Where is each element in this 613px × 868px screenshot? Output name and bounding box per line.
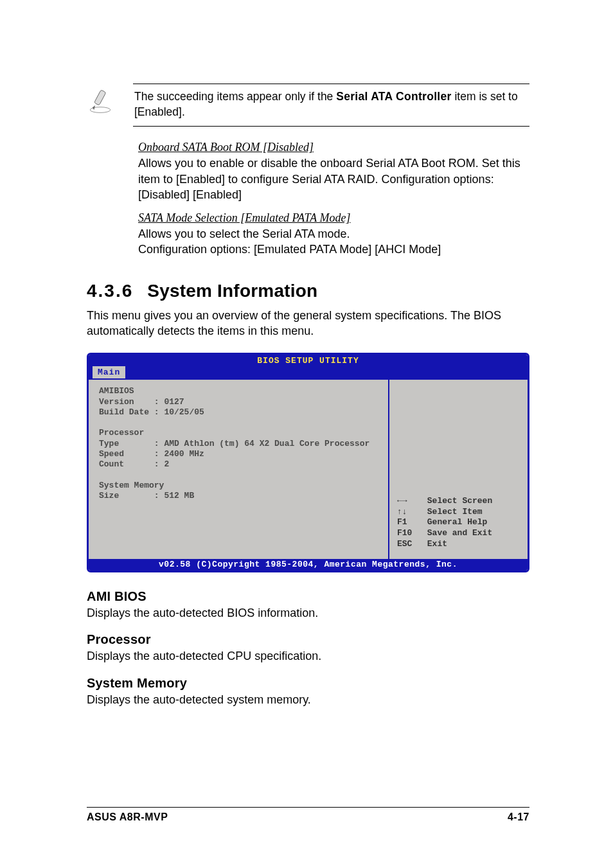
sub-body: Displays the auto-detected system memory… (87, 692, 529, 707)
config-item-onboard-sata: Onboard SATA Boot ROM [Disabled] Allows … (138, 141, 529, 202)
footer-page-number: 4-17 (508, 811, 529, 823)
section-number: 4.3.6 (87, 281, 133, 301)
note-bold: Serial ATA Controller (336, 90, 451, 103)
bios-tab-main: Main (93, 366, 125, 378)
section-heading: 4.3.6System Information (87, 281, 529, 301)
sub-title: System Memory (87, 676, 529, 691)
bios-tab-row: Main (89, 366, 528, 380)
svg-rect-1 (94, 90, 106, 105)
bios-copyright: v02.58 (C)Copyright 1985-2004, American … (89, 559, 528, 571)
section-intro: This menu gives you an overview of the g… (87, 308, 529, 339)
sub-title: Processor (87, 632, 529, 647)
page-footer: ASUS A8R-MVP 4-17 (87, 807, 529, 823)
sub-title: AMI BIOS (87, 589, 529, 604)
item-body: Allows you to select the Serial ATA mode… (138, 226, 529, 258)
note-prefix: The succeeding items appear only if the (134, 90, 336, 103)
bios-info-panel: AMIBIOS Version : 0127 Build Date : 10/2… (89, 380, 389, 559)
subsection-system-memory: System Memory Displays the auto-detected… (87, 676, 529, 707)
section-title: System Information (147, 281, 317, 301)
footer-product: ASUS A8R-MVP (87, 811, 168, 823)
bios-help-panel: ←→ Select Screen ↑↓ Select Item F1 Gener… (389, 380, 528, 559)
bios-help-keys: ←→ Select Screen ↑↓ Select Item F1 Gener… (397, 496, 492, 550)
note-text: The succeeding items appear only if the … (133, 84, 529, 127)
sub-body: Displays the auto-detected CPU specifica… (87, 648, 529, 664)
item-body: Allows you to enable or disable the onbo… (138, 155, 529, 202)
item-title: SATA Mode Selection [Emulated PATA Mode] (138, 211, 529, 225)
bios-title: BIOS SETUP UTILITY (89, 355, 528, 366)
subsection-ami-bios: AMI BIOS Displays the auto-detected BIOS… (87, 589, 529, 621)
sub-body: Displays the auto-detected BIOS informat… (87, 605, 529, 621)
config-item-sata-mode: SATA Mode Selection [Emulated PATA Mode]… (138, 211, 529, 258)
note-callout: The succeeding items appear only if the … (87, 84, 529, 127)
bios-screenshot: BIOS SETUP UTILITY Main AMIBIOS Version … (87, 353, 529, 572)
pencil-note-icon (87, 87, 114, 114)
subsection-processor: Processor Displays the auto-detected CPU… (87, 632, 529, 664)
item-title: Onboard SATA Boot ROM [Disabled] (138, 141, 529, 154)
